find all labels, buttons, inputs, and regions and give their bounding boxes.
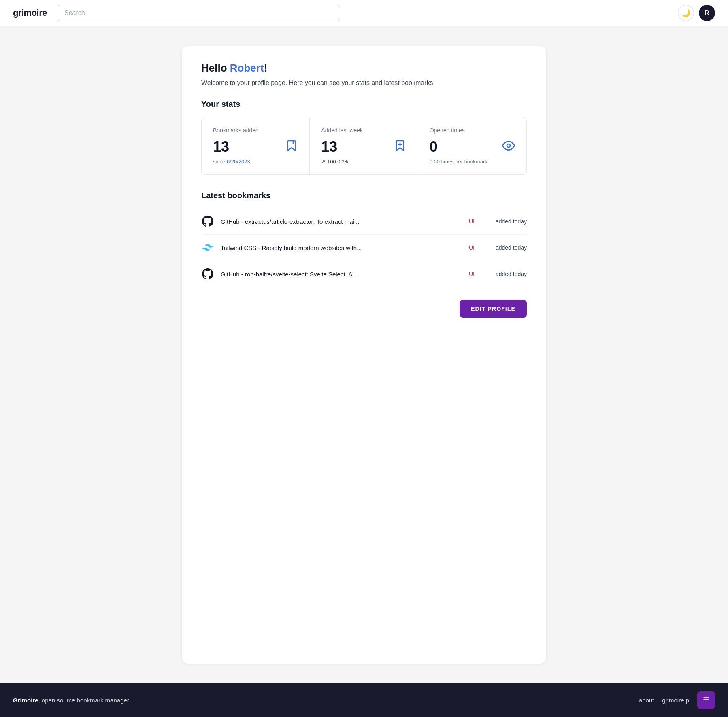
- stat-added-last-week-label: Added last week: [321, 127, 406, 134]
- stat-added-last-week-value: 13: [321, 138, 337, 155]
- logo: grimoire: [13, 8, 47, 18]
- stat-opened-times-sub: 0.00 times per bookmark: [430, 159, 515, 165]
- stat-bookmarks-added: Bookmarks added 13 since 6/20/2023: [202, 117, 310, 174]
- footer-text: Grimoire, open source bookmark manager.: [13, 697, 130, 704]
- stat-added-last-week-value-row: 13: [321, 138, 406, 155]
- stats-section-title: Your stats: [201, 100, 527, 109]
- stat-opened-times-value-row: 0: [430, 138, 515, 155]
- bookmark-plus-icon: [394, 139, 407, 155]
- footer-site-link[interactable]: grimoire.p: [662, 697, 689, 704]
- search-input[interactable]: [57, 5, 340, 21]
- bookmark-date: added today: [486, 244, 527, 251]
- theme-toggle-button[interactable]: 🌙: [678, 5, 694, 21]
- stat-bookmarks-added-label: Bookmarks added: [213, 127, 298, 134]
- footer-links: about grimoire.p ☰: [639, 691, 715, 709]
- stat-opened-times-label: Opened times: [430, 127, 515, 134]
- main-content: Hello Robert! Welcome to your profile pa…: [0, 26, 728, 683]
- bookmarks-section: Latest bookmarks GitHub - extractus/arti…: [201, 191, 527, 287]
- footer-menu-button[interactable]: ☰: [697, 691, 715, 709]
- edit-profile-button[interactable]: EDIT PROFILE: [460, 300, 527, 318]
- list-item: Tailwind CSS - Rapidly build modern webs…: [201, 235, 527, 261]
- search-wrapper: [57, 5, 340, 21]
- stat-opened-times-value: 0: [430, 138, 438, 155]
- github-icon: [201, 215, 214, 228]
- since-date-link[interactable]: 6/20/2023: [227, 159, 250, 165]
- bookmark-title: Tailwind CSS - Rapidly build modern webs…: [221, 244, 457, 251]
- stat-added-last-week: Added last week 13 ↗ 100.00%: [310, 117, 418, 174]
- moon-icon: 🌙: [681, 8, 690, 17]
- profile-card: Hello Robert! Welcome to your profile pa…: [182, 46, 546, 664]
- stat-bookmarks-added-value-row: 13: [213, 138, 298, 155]
- stats-grid: Bookmarks added 13 since 6/20/2023 A: [201, 117, 527, 175]
- menu-icon: ☰: [703, 696, 709, 704]
- svg-point-3: [507, 144, 510, 147]
- bookmark-date: added today: [486, 271, 527, 277]
- bookmark-tag: UI: [464, 218, 480, 225]
- bookmark-title: GitHub - extractus/article-extractor: To…: [221, 218, 457, 225]
- footer: Grimoire, open source bookmark manager. …: [0, 683, 728, 717]
- footer-brand: Grimoire: [13, 697, 38, 704]
- stat-bookmarks-added-sub: since 6/20/2023: [213, 159, 298, 165]
- eye-icon: [502, 139, 515, 155]
- bookmark-date: added today: [486, 218, 527, 225]
- header-actions: 🌙 R: [678, 5, 715, 21]
- bookmarks-section-title: Latest bookmarks: [201, 191, 527, 200]
- list-item: GitHub - extractus/article-extractor: To…: [201, 208, 527, 235]
- list-item: GitHub - rob-balfre/svelte-select: Svelt…: [201, 261, 527, 287]
- footer-about-link[interactable]: about: [639, 697, 654, 704]
- github-icon: [201, 267, 214, 280]
- welcome-text: Welcome to your profile page. Here you c…: [201, 79, 527, 87]
- header: grimoire 🌙 R: [0, 0, 728, 26]
- bookmark-tag: UI: [464, 271, 480, 277]
- avatar[interactable]: R: [699, 5, 715, 21]
- greeting-name: Robert: [230, 62, 264, 74]
- stat-bookmarks-added-value: 13: [213, 138, 229, 155]
- bookmark-title: GitHub - rob-balfre/svelte-select: Svelt…: [221, 271, 457, 278]
- stat-opened-times: Opened times 0 0.00 times per bookmark: [418, 117, 526, 174]
- bookmark-tag: UI: [464, 244, 480, 251]
- stat-added-last-week-sub: ↗ 100.00%: [321, 159, 406, 165]
- tailwind-icon: [201, 241, 214, 254]
- greeting: Hello Robert!: [201, 62, 527, 74]
- bookmark-icon: [285, 139, 298, 155]
